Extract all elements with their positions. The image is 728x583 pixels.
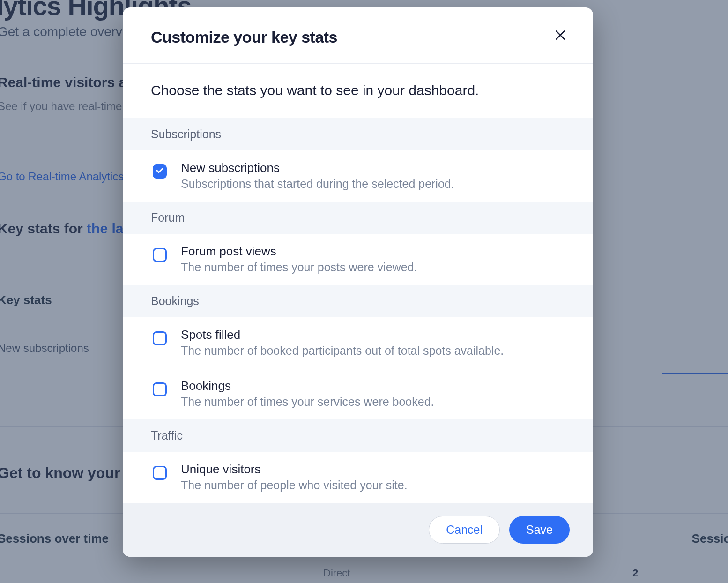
- stat-text: Forum post views The number of times you…: [181, 244, 565, 274]
- modal-intro: Choose the stats you want to see in your…: [123, 64, 593, 118]
- section-header-subscriptions: Subscriptions: [123, 118, 593, 150]
- section-header-traffic: Traffic: [123, 419, 593, 452]
- customize-stats-modal: Customize your key stats Choose the stat…: [123, 7, 593, 557]
- modal-footer: Cancel Save: [123, 503, 593, 557]
- stat-title: Bookings: [181, 379, 565, 393]
- checkbox-unique-visitors[interactable]: [153, 466, 167, 480]
- stat-row-bookings[interactable]: Bookings The number of times your servic…: [123, 368, 593, 419]
- stat-text: Bookings The number of times your servic…: [181, 379, 565, 409]
- stat-row-forum-post-views[interactable]: Forum post views The number of times you…: [123, 234, 593, 285]
- stat-desc: The number of people who visited your si…: [181, 478, 565, 492]
- stat-desc: Subscriptions that started during the se…: [181, 177, 565, 191]
- stat-desc: The number of times your posts were view…: [181, 261, 565, 274]
- checkbox-forum-post-views[interactable]: [153, 248, 167, 262]
- stat-desc: The number of times your services were b…: [181, 395, 565, 409]
- section-header-forum: Forum: [123, 202, 593, 234]
- stat-title: Spots filled: [181, 328, 565, 342]
- close-button[interactable]: [551, 27, 570, 45]
- stat-title: Forum post views: [181, 244, 565, 259]
- stat-title: New subscriptions: [181, 161, 565, 175]
- section-header-bookings: Bookings: [123, 285, 593, 317]
- stat-text: Spots filled The number of booked partic…: [181, 328, 565, 358]
- checkbox-bookings[interactable]: [153, 382, 167, 396]
- modal-header: Customize your key stats: [123, 7, 593, 64]
- cancel-button[interactable]: Cancel: [429, 516, 500, 544]
- stat-row-unique-visitors[interactable]: Unique visitors The number of people who…: [123, 452, 593, 503]
- stat-title: Unique visitors: [181, 462, 565, 477]
- check-icon: [156, 166, 164, 177]
- stat-row-spots-filled[interactable]: Spots filled The number of booked partic…: [123, 317, 593, 368]
- stat-desc: The number of booked participants out of…: [181, 344, 565, 358]
- save-button[interactable]: Save: [509, 516, 570, 544]
- stat-text: Unique visitors The number of people who…: [181, 462, 565, 492]
- checkbox-new-subscriptions[interactable]: [153, 164, 167, 179]
- stat-text: New subscriptions Subscriptions that sta…: [181, 161, 565, 191]
- close-icon: [554, 29, 566, 43]
- checkbox-spots-filled[interactable]: [153, 331, 167, 345]
- modal-title: Customize your key stats: [151, 28, 337, 46]
- stat-row-new-subscriptions[interactable]: New subscriptions Subscriptions that sta…: [123, 150, 593, 202]
